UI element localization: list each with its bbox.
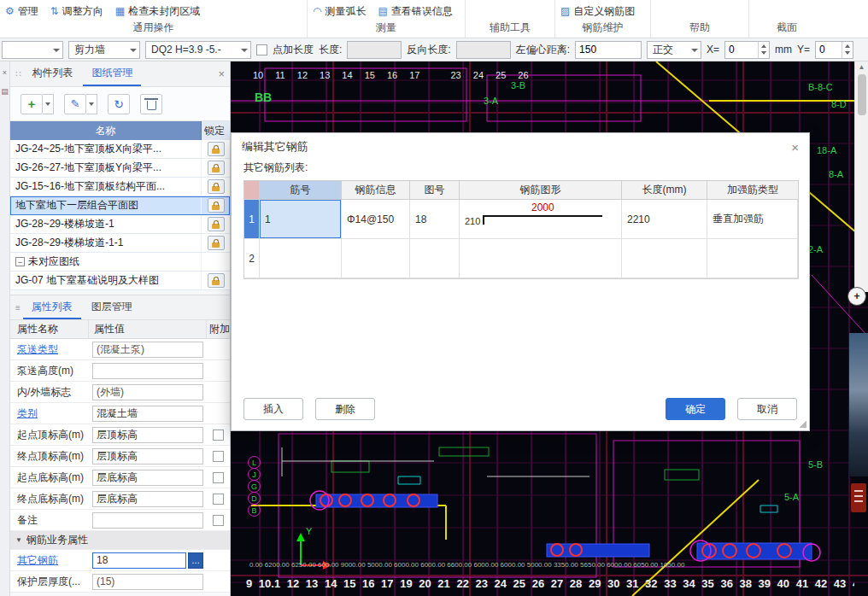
- tab-component-list[interactable]: 构件列表: [23, 61, 81, 86]
- column-header-figure-number[interactable]: 图号: [410, 181, 460, 199]
- rebar-table-row[interactable]: 2: [244, 239, 798, 278]
- scroll-up-icon[interactable]: ▲: [859, 61, 865, 73]
- rebar-info-cell[interactable]: Φ14@150: [342, 200, 410, 238]
- attach-checkbox[interactable]: [213, 451, 224, 462]
- panel-close-icon[interactable]: ×: [218, 67, 225, 80]
- column-header-rebar-info[interactable]: 钢筋信息: [342, 181, 410, 199]
- rebar-table-row[interactable]: 11Φ14@1501821020002210垂直加强筋: [244, 200, 798, 239]
- strip-doc-icon[interactable]: ▤: [1, 87, 9, 96]
- check-unclosed-region-button[interactable]: ▦检查未封闭区域: [115, 4, 200, 19]
- y-input[interactable]: [816, 42, 842, 58]
- rebar-shape-cell[interactable]: 2102000: [460, 200, 622, 238]
- edit-drawing-button[interactable]: ✎: [64, 94, 86, 114]
- property-value-input[interactable]: 层底标高: [92, 470, 203, 486]
- row-number-cell[interactable]: 1: [244, 200, 260, 238]
- sync-drawing-button[interactable]: ↻: [108, 94, 130, 114]
- dialog-resize-grip[interactable]: [799, 420, 806, 428]
- drawing-list-row[interactable]: 地下室地下一层组合平面图: [10, 196, 230, 215]
- element-type-combo[interactable]: 剪力墙: [68, 41, 140, 59]
- lock-icon[interactable]: [208, 161, 225, 175]
- drawing-list-row[interactable]: JG-24~25-地下室顶板X向梁平...: [10, 140, 230, 159]
- reinforce-type-cell[interactable]: [707, 239, 798, 278]
- property-value-input[interactable]: 层底标高: [92, 491, 203, 507]
- dialog-close-icon[interactable]: ×: [791, 140, 799, 155]
- drawing-list-row[interactable]: JG-26~27-地下室顶板Y向梁平...: [10, 159, 230, 178]
- figure-number-cell[interactable]: 18: [410, 200, 460, 238]
- delete-button[interactable]: 删除: [315, 398, 375, 420]
- lock-icon[interactable]: [208, 179, 225, 194]
- property-name[interactable]: 类别: [10, 406, 89, 421]
- tab-drawing-manage[interactable]: 图纸管理: [83, 61, 141, 86]
- attach-checkbox[interactable]: [213, 494, 224, 505]
- lock-icon[interactable]: [208, 236, 225, 250]
- property-value-input[interactable]: 层顶标高: [92, 448, 203, 465]
- scrollbar-thumb[interactable]: [858, 74, 866, 115]
- measure-arc-button[interactable]: ◠测量弧长: [313, 4, 366, 19]
- drawing-list-row[interactable]: JG-28~29-楼梯坡道-1: [10, 215, 230, 234]
- column-header-name[interactable]: 名称: [10, 121, 202, 140]
- length-cell[interactable]: 2210: [622, 200, 707, 238]
- x-input[interactable]: [725, 42, 758, 58]
- view-thumbnail[interactable]: [849, 333, 868, 476]
- panel-grip-icon[interactable]: ∷: [15, 69, 21, 79]
- reverse-length-input[interactable]: [456, 41, 511, 59]
- edit-drawing-dropdown[interactable]: [86, 94, 97, 114]
- column-header-reinforce-type[interactable]: 加强筋类型: [707, 181, 798, 199]
- column-header-rebar-shape[interactable]: 钢筋图形: [460, 181, 622, 199]
- rebar-shape-cell[interactable]: [460, 239, 622, 278]
- offset-input[interactable]: [575, 41, 642, 59]
- red-tool-button[interactable]: [851, 483, 866, 512]
- select-all-cell[interactable]: [244, 181, 260, 199]
- attach-checkbox[interactable]: [213, 472, 224, 483]
- rebar-number-cell[interactable]: [260, 239, 342, 278]
- rebar-info-cell[interactable]: [342, 239, 410, 278]
- property-value-input[interactable]: 混凝土墙: [92, 406, 203, 422]
- attach-checkbox[interactable]: [213, 515, 224, 526]
- insert-button[interactable]: 插入: [243, 398, 303, 420]
- lock-icon[interactable]: [208, 217, 225, 231]
- cancel-button[interactable]: 取消: [737, 398, 797, 420]
- lock-icon[interactable]: [208, 142, 225, 156]
- property-value-input[interactable]: (混凝土泵): [92, 342, 203, 358]
- attach-checkbox[interactable]: [213, 429, 224, 441]
- drawing-list-row[interactable]: JG-28~29-楼梯坡道-1-1: [10, 234, 230, 253]
- add-drawing-button[interactable]: +: [21, 94, 43, 114]
- tab-property-list[interactable]: 属性列表: [23, 295, 81, 319]
- lock-icon[interactable]: [208, 198, 225, 213]
- ok-button[interactable]: 确定: [666, 398, 725, 420]
- add-length-checkbox[interactable]: [256, 44, 267, 56]
- row-number-cell[interactable]: 2: [244, 239, 260, 278]
- figure-number-cell[interactable]: [410, 239, 460, 278]
- collapse-icon[interactable]: −: [15, 257, 25, 266]
- y-coordinate-stepper[interactable]: [815, 41, 853, 59]
- property-value-input[interactable]: 18: [92, 552, 186, 569]
- view-error-info-button[interactable]: ▤查看错误信息: [378, 4, 452, 19]
- column-header-length[interactable]: 长度(mm): [622, 181, 707, 199]
- custom-rebar-figure-button[interactable]: ▨自定义钢筋图: [560, 4, 635, 19]
- delete-drawing-button[interactable]: [140, 94, 162, 114]
- column-header-lock[interactable]: 锁定: [202, 121, 230, 140]
- tab-layer-manage[interactable]: 图层管理: [83, 295, 141, 319]
- length-cell[interactable]: [622, 239, 707, 278]
- spin-up-icon[interactable]: [845, 42, 850, 48]
- element-name-combo[interactable]: DQ2 H=3.9 -5.-: [145, 41, 251, 59]
- column-header-rebar-number[interactable]: 筋号: [260, 181, 342, 199]
- lock-icon[interactable]: [208, 273, 225, 288]
- ellipsis-button[interactable]: …: [188, 552, 203, 569]
- element-filter-combo[interactable]: [2, 41, 63, 59]
- pan-navigation-icon[interactable]: +: [847, 287, 866, 306]
- length-input[interactable]: [347, 41, 402, 59]
- adjust-direction-button[interactable]: ⇅调整方向: [50, 4, 103, 19]
- ortho-combo[interactable]: 正交: [647, 41, 701, 59]
- property-value-input[interactable]: [92, 512, 203, 529]
- reinforce-type-cell[interactable]: 垂直加强筋: [707, 200, 798, 238]
- x-coordinate-stepper[interactable]: [724, 41, 770, 59]
- spin-down-icon[interactable]: [845, 51, 850, 57]
- strip-close-icon[interactable]: ×: [3, 68, 7, 77]
- properties-grip-icon[interactable]: ≡: [15, 303, 21, 313]
- drawing-list-row[interactable]: JG-15~16-地下室顶板结构平面...: [10, 178, 230, 196]
- spin-up-icon[interactable]: [761, 42, 766, 48]
- property-value-input[interactable]: 层顶标高: [92, 427, 203, 443]
- property-value-input[interactable]: (15): [92, 574, 203, 590]
- property-name[interactable]: 其它钢筋: [10, 553, 89, 568]
